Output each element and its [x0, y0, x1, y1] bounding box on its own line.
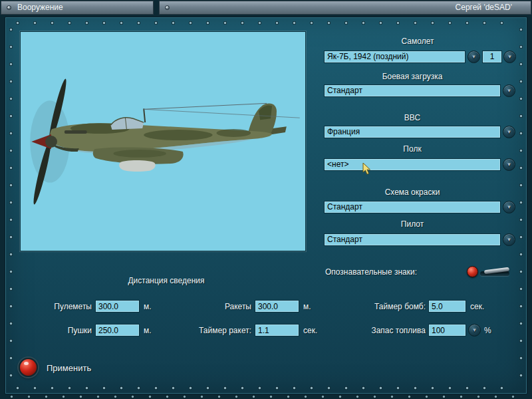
loadout-dropdown[interactable]: Стандарт	[324, 84, 501, 97]
airforce-dropdown[interactable]: Франция	[324, 126, 501, 138]
aircraft-count-value: 1	[490, 52, 495, 61]
rivet-strip-top	[15, 21, 517, 25]
toggle-knob-icon[interactable]	[467, 266, 478, 277]
bomb-timer-unit: сек.	[470, 302, 484, 311]
rocket-timer-input[interactable]	[255, 324, 299, 336]
loadout-label: Боевая загрузка	[324, 72, 501, 81]
aircraft-preview-panel	[20, 31, 306, 251]
cannons-label: Пушки	[40, 326, 92, 335]
cannons-unit: м.	[144, 326, 152, 335]
pilot-dropdown[interactable]: Стандарт	[324, 233, 501, 246]
tab-player-label: Сергей 'deSAD'	[456, 3, 512, 12]
pilot-dropdown-button[interactable]: ▼	[503, 233, 515, 246]
rocket-timer-unit: сек.	[303, 326, 317, 335]
convergence-title: Дистанция сведения	[113, 276, 219, 285]
aircraft-image	[21, 32, 305, 251]
bomb-timer-input[interactable]	[428, 300, 466, 313]
regiment-label: Полк	[324, 144, 501, 154]
airforce-dropdown-button[interactable]: ▼	[503, 126, 515, 138]
machine-guns-input[interactable]	[95, 300, 140, 313]
rivet-strip-frame-bottom	[9, 394, 523, 399]
regiment-value: <нет>	[327, 160, 348, 169]
rockets-unit: м.	[303, 302, 311, 311]
chevron-down-icon: ▼	[507, 237, 512, 243]
tab-armament-label: Вооружение	[17, 3, 63, 12]
chevron-down-icon: ▼	[507, 88, 512, 94]
tab-player[interactable]: Сергей 'deSAD'	[159, 1, 531, 15]
aircraft-label: Самолет	[324, 37, 511, 46]
markings-toggle[interactable]	[464, 263, 512, 282]
screw-icon	[165, 5, 170, 10]
chevron-down-icon: ▼	[472, 328, 477, 333]
rockets-label: Ракеты	[200, 302, 251, 311]
aircraft-count-button[interactable]: ▼	[503, 51, 516, 63]
rivet-strip-bottom	[15, 386, 517, 390]
tab-armament[interactable]: Вооружение	[1, 1, 154, 15]
machine-guns-label: Пулеметы	[40, 302, 92, 311]
chevron-down-icon: ▼	[471, 55, 477, 60]
airforce-value: Франция	[327, 127, 360, 136]
paint-scheme-dropdown-button[interactable]: ▼	[503, 201, 515, 213]
pilot-label: Пилот	[324, 219, 501, 229]
aircraft-value: Як-7Б, 1942 (поздний)	[327, 52, 408, 61]
rockets-input[interactable]	[255, 300, 299, 313]
loadout-dropdown-button[interactable]: ▼	[503, 84, 515, 97]
apply-button[interactable]	[19, 358, 38, 377]
fuel-unit: %	[484, 326, 491, 335]
chevron-down-icon: ▼	[507, 55, 513, 60]
fuel-label: Запас топлива	[356, 326, 426, 335]
rivet-strip-right	[519, 27, 523, 384]
chevron-down-icon: ▼	[507, 162, 512, 168]
aircraft-count-field[interactable]: 1	[482, 51, 502, 63]
airforce-label: ВВС	[324, 113, 501, 122]
cannons-input[interactable]	[95, 324, 140, 336]
rocket-timer-label: Таймер ракет:	[185, 326, 251, 335]
loadout-value: Стандарт	[327, 86, 362, 95]
markings-label: Опознавательные знаки:	[325, 267, 417, 277]
paint-scheme-value: Стандарт	[327, 202, 362, 211]
aircraft-dropdown-button[interactable]: ▼	[467, 51, 480, 63]
chevron-down-icon: ▼	[507, 205, 512, 210]
paint-scheme-label: Схема окраски	[324, 188, 501, 197]
armament-screen: { "header": { "screen_tab": "Вооружение"…	[0, 0, 532, 399]
screw-icon	[7, 5, 11, 10]
chevron-down-icon: ▼	[507, 130, 512, 135]
regiment-dropdown[interactable]: <нет>	[324, 158, 501, 171]
fuel-input[interactable]	[428, 324, 466, 336]
paint-scheme-dropdown[interactable]: Стандарт	[324, 201, 501, 213]
fuel-dropdown-button[interactable]: ▼	[468, 324, 481, 336]
regiment-dropdown-button[interactable]: ▼	[503, 158, 515, 171]
bomb-timer-label: Таймер бомб:	[359, 302, 426, 311]
rivet-strip-left	[9, 27, 13, 384]
machine-guns-unit: м.	[144, 302, 152, 311]
aircraft-dropdown[interactable]: Як-7Б, 1942 (поздний)	[324, 51, 466, 63]
pilot-value: Стандарт	[327, 235, 362, 244]
apply-label[interactable]: Применить	[47, 363, 91, 373]
